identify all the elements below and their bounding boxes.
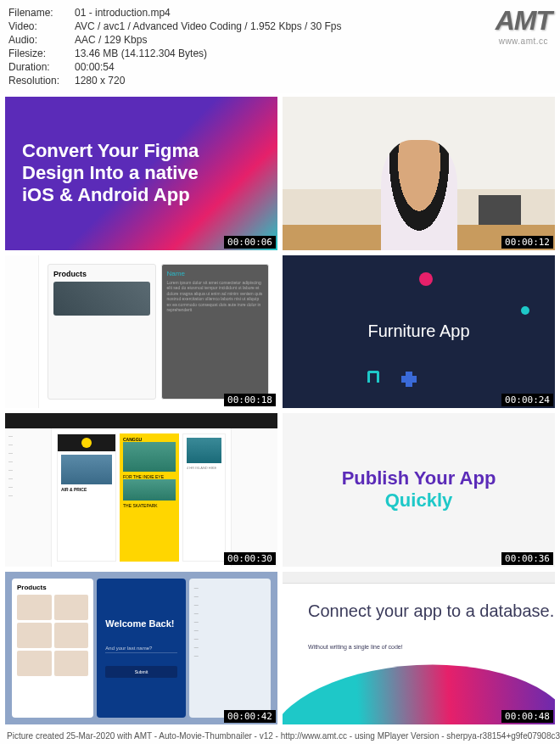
- toolbar-shape: [283, 572, 555, 584]
- arch-icon: [367, 371, 379, 383]
- image-placeholder: [61, 455, 112, 484]
- image-placeholder: [53, 282, 150, 316]
- timestamp: 00:00:30: [224, 552, 276, 565]
- resolution-value: 1280 x 720: [75, 75, 552, 87]
- submit-button: Submit: [105, 666, 176, 678]
- thumb6-line2: Quickly: [342, 489, 496, 512]
- image-placeholder: [123, 442, 176, 472]
- thumbnail-grid: Convert Your Figma Design Into a native …: [0, 93, 560, 728]
- image-placeholder: [187, 438, 221, 463]
- person-shape: [381, 140, 457, 250]
- filename-value: 01 - introduction.mp4: [75, 7, 552, 19]
- info-header: Filename: 01 - introduction.mp4 Video: A…: [0, 0, 560, 93]
- card2-sub2: THE SKATEPARK: [123, 503, 176, 508]
- card-1: AIR & PRICE: [57, 433, 116, 562]
- thumb4-text: Furniture App: [367, 322, 469, 341]
- filesize-label: Filesize:: [8, 48, 75, 59]
- lorem-text: Lorem ipsum dolor sit amet consectetur a…: [167, 280, 264, 313]
- product-item: [54, 623, 89, 648]
- panel-right: Name Lorem ipsum dolor sit amet consecte…: [161, 264, 270, 400]
- toolbar-shape: [5, 413, 277, 428]
- dot-pink-icon: [419, 272, 433, 286]
- plus-icon: [401, 376, 417, 383]
- card2-yellow: CANGGU FOR THE INDIE EYE THE SKATEPARK: [120, 433, 179, 562]
- logo-url: www.amt.cc: [496, 36, 552, 46]
- laptop-shape: [479, 195, 521, 225]
- logo-text: AMT: [496, 5, 552, 36]
- products-title: Products: [53, 270, 150, 278]
- video-label: Video:: [8, 20, 75, 32]
- duration-value: 00:00:54: [75, 61, 552, 73]
- timestamp: 00:00:06: [224, 236, 276, 249]
- products-panel: Products: [12, 579, 93, 719]
- video-value: AVC / avc1 / Advanced Video Coding / 1.9…: [75, 20, 552, 32]
- filename-label: Filename:: [8, 7, 75, 19]
- thumb1-text: Convert Your Figma Design Into a native …: [22, 140, 214, 207]
- card1-text: AIR & PRICE: [61, 487, 112, 492]
- duration-label: Duration:: [8, 61, 75, 73]
- logo: AMT www.amt.cc: [496, 5, 552, 46]
- timestamp: 00:00:36: [501, 552, 553, 565]
- welcome-title: Welcome Back!: [105, 618, 176, 629]
- sidebar-shape: ————————: [5, 428, 52, 567]
- welcome-panel: Welcome Back! And your last name? Submit: [97, 579, 185, 719]
- product-item: [54, 651, 89, 676]
- timestamp: 00:00:48: [501, 710, 553, 723]
- input-placeholder: And your last name?: [105, 646, 176, 653]
- sidebar-shape: [5, 255, 39, 409]
- thumbnail-4: Furniture App 00:00:24: [283, 255, 555, 409]
- products-title: Products: [17, 584, 88, 591]
- resolution-label: Resolution:: [8, 75, 75, 87]
- footer-text: Picture created 25-Mar-2020 with AMT - A…: [0, 728, 560, 744]
- product-item: [54, 595, 89, 620]
- thumb6-line1: Publish Your App: [342, 467, 496, 489]
- name-label: Name: [167, 270, 264, 277]
- thumb8-text: Connect your app to a database.: [308, 601, 554, 620]
- thumb8-subtext: Without writing a single line of code!: [308, 644, 403, 650]
- list-panel: —————————: [189, 579, 271, 719]
- thumbnail-6: Publish Your App Quickly 00:00:36: [283, 413, 555, 567]
- thumbnail-3: Products Name Lorem ipsum dolor sit amet…: [5, 255, 277, 409]
- thumbnail-8: Connect your app to a database. Without …: [283, 572, 555, 725]
- thumbnail-5: ———————— AIR & PRICE CANGGU FOR THE INDI…: [5, 413, 277, 567]
- product-item: [17, 651, 52, 676]
- rightbar-shape: [231, 428, 277, 567]
- timestamp: 00:00:18: [224, 394, 276, 406]
- product-item: [17, 623, 52, 648]
- logo-dot-icon: [81, 438, 92, 448]
- timestamp: 00:00:24: [501, 394, 553, 406]
- image-placeholder: [123, 479, 176, 501]
- thumbnail-7: Products Welcome Back! And your last nam…: [5, 572, 277, 725]
- timestamp: 00:00:42: [224, 710, 276, 723]
- product-item: [17, 595, 52, 620]
- timestamp: 00:00:12: [501, 236, 553, 249]
- audio-label: Audio:: [8, 34, 75, 46]
- thumbnail-1: Convert Your Figma Design Into a native …: [5, 97, 277, 250]
- card-3: 4 HR ISLAND HIKE: [182, 433, 226, 562]
- dot-teal-icon: [521, 306, 529, 315]
- filesize-value: 13.46 MB (14.112.304 Bytes): [75, 48, 552, 59]
- audio-value: AAC / 129 Kbps: [75, 34, 552, 46]
- thumbnail-2: 00:00:12: [283, 97, 555, 250]
- panel-left: Products: [48, 264, 156, 400]
- card3-text: 4 HR ISLAND HIKE: [187, 466, 221, 470]
